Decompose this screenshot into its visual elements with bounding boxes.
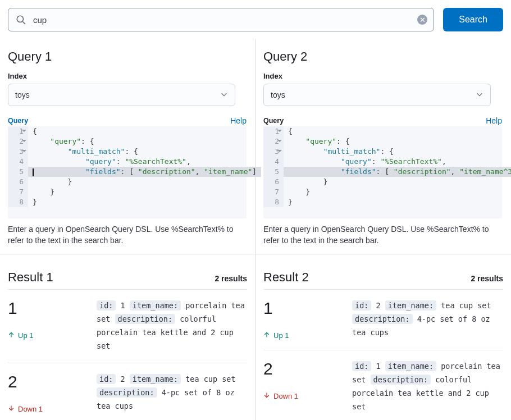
query-hint: Enter a query in OpenSearch Query DSL. U… [8, 224, 244, 246]
result-item: 2Down 1id: 1 item_name: porcelain tea se… [263, 350, 503, 420]
index-label: Index [8, 72, 247, 80]
field-key: item_name: [385, 300, 436, 311]
field-key: id: [352, 300, 371, 311]
chevron-down-icon [220, 90, 228, 100]
result-rank: 2 [8, 373, 92, 390]
index-value: toys [15, 90, 30, 99]
field-key: item_name: [130, 300, 181, 311]
query-editor[interactable]: 12345678{ "query": { "multi_match": { "q… [263, 126, 502, 218]
query-label: Query [263, 117, 284, 125]
result-rank: 1 [8, 300, 92, 317]
field-key: description: [352, 314, 413, 324]
index-select[interactable]: toys [8, 84, 235, 106]
query-panel: Query 2IndextoysQueryHelp12345678{ "quer… [256, 39, 511, 254]
result-body: id: 1 item_name: porcelain tea set descr… [97, 299, 247, 353]
field-key: item_name: [385, 361, 436, 371]
rank-change: Up 1 [8, 331, 92, 340]
editor-code[interactable]: { "query": { "multi_match": { "query": "… [28, 126, 261, 207]
arrow-down-icon [8, 405, 15, 413]
editor-code[interactable]: { "query": { "multi_match": { "query": "… [284, 126, 511, 207]
query-hint: Enter a query in OpenSearch Query DSL. U… [263, 224, 499, 246]
query-title: Query 2 [263, 49, 503, 64]
field-key: id: [352, 361, 371, 371]
field-key: id: [97, 300, 116, 311]
clear-search-icon[interactable]: ✕ [417, 15, 427, 25]
rank-change: Up 1 [263, 331, 348, 340]
editor-gutter: 12345678 [8, 126, 28, 207]
query-label: Query [8, 117, 28, 125]
index-label: Index [263, 72, 503, 80]
rank-change: Down 1 [263, 392, 348, 400]
help-link[interactable]: Help [486, 116, 502, 125]
search-wrapper: ✕ [8, 8, 434, 31]
svg-line-1 [22, 21, 25, 24]
result-count: 2 results [471, 274, 503, 283]
search-icon [16, 15, 26, 25]
field-key: description: [371, 375, 431, 385]
result-panel: Result 12 results1Up 1id: 1 item_name: p… [0, 254, 256, 420]
result-body: id: 2 item_name: tea cup set description… [97, 372, 247, 413]
field-key: description: [97, 387, 157, 398]
result-item: 2Down 1id: 2 item_name: tea cup set desc… [8, 363, 247, 420]
index-select[interactable]: toys [263, 84, 491, 106]
result-title: Result 1 [8, 270, 53, 285]
field-key: item_name: [130, 374, 181, 384]
rank-change-label: Up 1 [273, 331, 289, 340]
query-editor[interactable]: 12345678{ "query": { "multi_match": { "q… [8, 126, 247, 218]
result-body: id: 2 item_name: tea cup set description… [352, 299, 503, 340]
result-item: 1Up 1id: 2 item_name: tea cup set descri… [263, 289, 503, 350]
rank-change: Down 1 [8, 405, 92, 413]
arrow-down-icon [263, 392, 270, 400]
result-item: 1Up 1id: 1 item_name: porcelain tea set … [8, 289, 247, 363]
rank-change-label: Up 1 [18, 331, 33, 340]
query-panel: Query 1IndextoysQueryHelp12345678{ "quer… [0, 39, 256, 254]
result-title: Result 2 [263, 270, 309, 285]
search-button[interactable]: Search [443, 8, 503, 31]
rank-change-label: Down 1 [273, 392, 298, 400]
result-body: id: 1 item_name: porcelain tea set descr… [352, 359, 503, 413]
result-rank: 2 [263, 360, 348, 377]
result-rank: 1 [263, 300, 348, 317]
result-panel: Result 22 results1Up 1id: 2 item_name: t… [256, 254, 511, 420]
search-input[interactable] [8, 8, 434, 31]
help-link[interactable]: Help [230, 116, 247, 125]
editor-gutter: 12345678 [263, 126, 284, 207]
result-count: 2 results [215, 274, 247, 283]
rank-change-label: Down 1 [18, 405, 43, 413]
field-key: id: [97, 374, 116, 384]
query-title: Query 1 [8, 49, 247, 64]
chevron-down-icon [476, 90, 483, 100]
svg-point-0 [17, 16, 23, 22]
arrow-up-icon [8, 331, 15, 340]
field-key: description: [115, 314, 176, 324]
arrow-up-icon [263, 331, 270, 340]
index-value: toys [271, 90, 285, 99]
